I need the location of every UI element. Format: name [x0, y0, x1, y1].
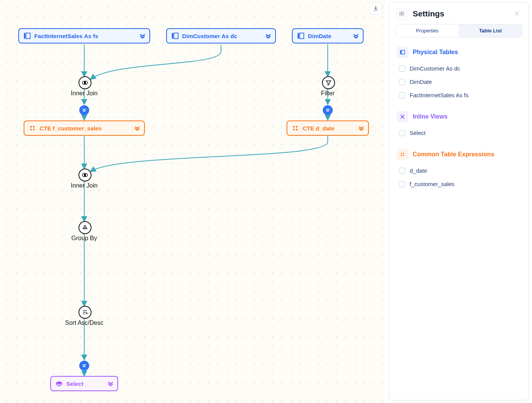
svg-rect-1	[26, 33, 30, 39]
svg-point-14	[293, 128, 295, 130]
list-item[interactable]: d_date	[397, 164, 521, 177]
svg-rect-3	[174, 33, 178, 39]
flow-badge	[323, 105, 333, 115]
svg-point-8	[30, 126, 32, 128]
cte-icon	[291, 124, 300, 132]
op-label: Filter	[321, 90, 335, 97]
svg-point-9	[33, 126, 35, 128]
op-label: Inner Join	[71, 90, 98, 97]
list-item[interactable]: DimCustomer As dc	[397, 62, 521, 75]
inner-join-icon	[82, 172, 88, 178]
expand-icon[interactable]	[107, 380, 114, 387]
svg-point-23	[403, 153, 404, 154]
svg-point-10	[30, 128, 32, 130]
item-label: DimCustomer As dc	[410, 65, 460, 72]
op-label: Inner Join	[71, 182, 98, 189]
section-inline-views: Inline Views Select	[397, 111, 521, 140]
checkbox[interactable]	[399, 92, 405, 98]
item-label: DimDate	[410, 79, 432, 85]
op-group-by[interactable]	[79, 221, 91, 234]
expand-icon[interactable]	[352, 32, 360, 40]
svg-rect-0	[24, 33, 26, 39]
download-button[interactable]	[370, 2, 382, 14]
panel-title: Settings	[413, 9, 444, 18]
checkbox[interactable]	[399, 181, 405, 187]
node-fact-internet-sales[interactable]: FactInternetSales As fs	[18, 28, 150, 43]
panel-tabs: Properties Table List	[395, 24, 522, 37]
svg-point-19	[401, 13, 402, 14]
flow-badge	[79, 361, 89, 371]
node-label: DimCustomer As dc	[182, 33, 237, 39]
svg-rect-2	[172, 33, 173, 39]
svg-point-24	[401, 155, 402, 156]
checkbox[interactable]	[399, 130, 405, 136]
svg-point-13	[296, 126, 298, 128]
panel-titlebar: Settings ✕	[389, 3, 529, 24]
item-label: d_date	[410, 167, 427, 174]
table-icon	[296, 32, 305, 40]
op-label: Sort Asc/Desc	[65, 320, 103, 326]
svg-point-18	[85, 227, 86, 228]
table-icon	[397, 47, 408, 58]
select-icon	[55, 379, 63, 388]
tab-table-list[interactable]: Table List	[459, 24, 522, 37]
close-button[interactable]: ✕	[512, 8, 522, 19]
download-icon	[373, 5, 379, 11]
inner-join-icon	[82, 79, 88, 86]
table-icon	[23, 32, 31, 40]
item-label: f_customer_sales	[410, 181, 455, 187]
svg-point-22	[401, 153, 402, 154]
node-label: Select	[66, 381, 83, 387]
node-label: CTE f_customer_sales	[40, 125, 102, 132]
op-inner-join-1[interactable]	[79, 76, 91, 89]
query-diagram-canvas[interactable]: FactInternetSales As fs DimCustomer As d…	[0, 0, 385, 403]
node-cte-f-customer-sales[interactable]: CTE f_customer_sales	[24, 120, 145, 136]
section-physical-tables: Physical Tables DimCustomer As dc DimDat…	[397, 47, 521, 102]
svg-rect-21	[402, 50, 405, 55]
expand-icon[interactable]	[133, 124, 141, 132]
svg-rect-5	[300, 33, 304, 39]
edge-layer	[0, 0, 385, 403]
item-label: Select	[410, 130, 426, 136]
flow-badge	[79, 105, 89, 115]
node-select[interactable]: Select	[50, 376, 118, 391]
section-title: Physical Tables	[413, 49, 458, 56]
list-item[interactable]: Select	[397, 126, 521, 140]
tab-properties[interactable]: Properties	[396, 24, 459, 37]
node-cte-d-date[interactable]: CTE d_date	[287, 120, 369, 136]
node-dim-customer[interactable]: DimCustomer As dc	[166, 28, 276, 43]
group-by-icon	[82, 224, 88, 231]
list-item[interactable]: f_customer_sales	[397, 177, 521, 191]
checkbox[interactable]	[399, 79, 405, 85]
section-title: Common Table Expressions	[413, 151, 494, 158]
filter-icon	[325, 79, 332, 86]
item-label: FactInternetSales As fs	[410, 92, 468, 98]
list-item[interactable]: DimDate	[397, 75, 521, 88]
svg-rect-20	[400, 50, 401, 55]
close-icon: ✕	[514, 10, 520, 18]
cte-icon	[28, 124, 37, 132]
expand-icon[interactable]	[139, 32, 146, 40]
op-label: Group By	[71, 235, 97, 242]
settings-button[interactable]	[396, 8, 407, 19]
node-label: FactInternetSales As fs	[34, 33, 98, 39]
svg-point-11	[33, 128, 35, 130]
node-dim-date[interactable]: DimDate	[292, 28, 364, 43]
op-filter[interactable]	[322, 76, 335, 89]
checkbox[interactable]	[399, 168, 405, 174]
gear-icon	[399, 11, 405, 17]
expand-icon[interactable]	[264, 32, 272, 40]
svg-point-12	[293, 126, 295, 128]
sort-icon	[82, 309, 88, 316]
cte-icon	[397, 149, 408, 160]
svg-rect-4	[298, 33, 299, 39]
list-item[interactable]: FactInternetSales As fs	[397, 88, 521, 102]
svg-point-15	[296, 128, 298, 130]
settings-panel: Settings ✕ Properties Table List Physica…	[389, 2, 529, 400]
checkbox[interactable]	[399, 66, 405, 72]
op-sort[interactable]	[79, 306, 91, 319]
node-label: CTE d_date	[303, 125, 335, 132]
op-inner-join-2[interactable]	[79, 169, 91, 181]
inline-view-icon	[397, 111, 408, 122]
expand-icon[interactable]	[357, 124, 365, 132]
